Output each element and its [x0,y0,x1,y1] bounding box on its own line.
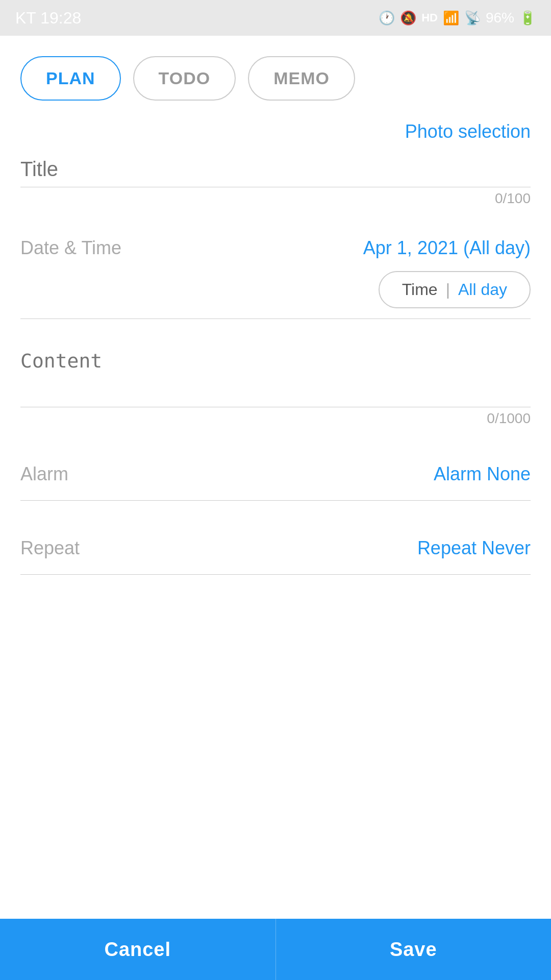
title-input[interactable] [20,158,531,181]
repeat-value: Repeat Never [417,537,531,559]
time-toggle-row: Time | All day [20,271,531,308]
alarm-value: Alarm None [434,463,531,485]
main-content: PLAN TODO MEMO Photo selection 0/100 Dat… [0,36,551,919]
title-char-count: 0/100 [20,190,531,207]
bottom-action-bar: Cancel Save [0,919,551,980]
datetime-label: Date & Time [20,237,121,259]
repeat-label: Repeat [20,537,80,559]
tab-plan[interactable]: PLAN [20,56,121,101]
toggle-divider: | [446,280,450,299]
status-bar: KT 19:28 🕐 🔕 HD 📶 📡 96% 🔋 [0,0,551,36]
datetime-value[interactable]: Apr 1, 2021 (All day) [363,237,531,259]
datetime-top: Date & Time Apr 1, 2021 (All day) [20,237,531,259]
content-input[interactable] [20,350,531,395]
content-char-count: 0/1000 [20,410,531,427]
wifi-icon: 📶 [443,10,459,26]
status-icons: 🕐 🔕 HD 📶 📡 96% 🔋 [379,10,536,26]
alarm-label: Alarm [20,463,68,485]
cancel-button[interactable]: Cancel [0,919,276,980]
hd-icon: HD [421,11,438,24]
tab-bar: PLAN TODO MEMO [20,56,531,101]
signal-icon: 📡 [464,10,481,26]
tab-memo[interactable]: MEMO [248,56,355,101]
toggle-allday-label: All day [458,280,507,299]
time-allday-toggle[interactable]: Time | All day [379,271,531,308]
tab-todo[interactable]: TODO [133,56,236,101]
title-field-row [20,158,531,187]
battery-icon: 🔋 [519,10,536,26]
datetime-row: Date & Time Apr 1, 2021 (All day) Time |… [20,222,531,319]
photo-selection-button[interactable]: Photo selection [405,121,531,142]
status-carrier-time: KT 19:28 [15,9,81,28]
photo-selection-row: Photo selection [20,121,531,142]
mute-icon: 🔕 [400,10,416,26]
repeat-row[interactable]: Repeat Repeat Never [20,516,531,575]
alarm-row[interactable]: Alarm Alarm None [20,442,531,501]
content-field-row [20,334,531,407]
alarm-status-icon: 🕐 [379,10,395,26]
battery-percent: 96% [486,10,514,26]
toggle-time-label: Time [402,280,438,299]
save-button[interactable]: Save [276,919,552,980]
form-section: 0/100 Date & Time Apr 1, 2021 (All day) … [20,158,531,575]
